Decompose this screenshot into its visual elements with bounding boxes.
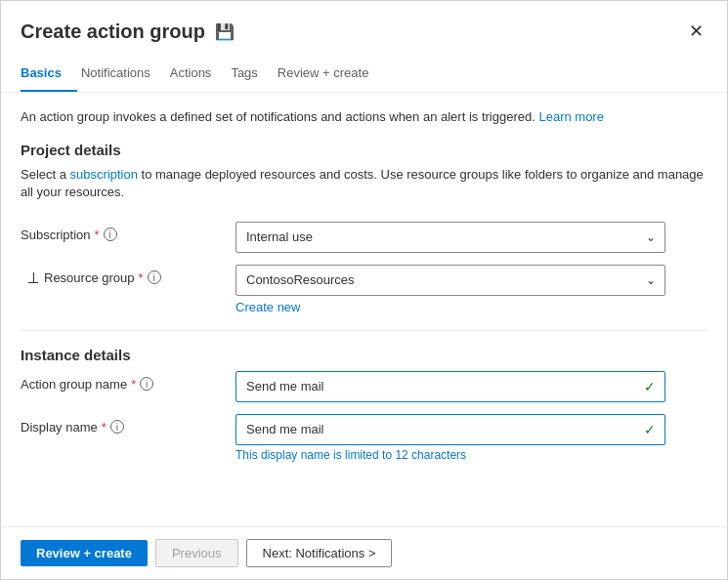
display-name-label-group: Display name * i	[21, 414, 236, 435]
display-name-row: Display name * i ✓ This display name is …	[21, 414, 707, 462]
display-name-input-wrapper[interactable]: ✓	[236, 414, 665, 445]
section-divider	[21, 330, 707, 331]
resource-group-label: Resource group * i	[44, 270, 161, 285]
resource-group-field-group: ContosoResources ⌄ Create new	[236, 265, 665, 314]
tab-tags[interactable]: Tags	[231, 58, 273, 92]
tab-review-create[interactable]: Review + create	[278, 58, 385, 92]
subscription-dropdown[interactable]: Internal use ⌄	[236, 222, 665, 253]
action-group-name-field[interactable]: ✓	[236, 371, 665, 402]
display-name-required: *	[102, 420, 107, 435]
resource-group-info-icon[interactable]: i	[148, 270, 161, 284]
action-group-name-row: Action group name * i ✓	[21, 371, 707, 402]
resource-group-required: *	[139, 270, 144, 285]
display-name-label: Display name * i	[21, 420, 236, 435]
subscription-info-icon[interactable]: i	[104, 228, 117, 241]
title-row: Create action group 💾	[21, 21, 235, 43]
resource-group-select[interactable]: ContosoResources	[236, 265, 665, 296]
subscription-required: *	[95, 228, 100, 242]
action-group-name-label: Action group name * i	[21, 377, 236, 392]
display-name-input[interactable]	[236, 414, 665, 445]
tab-basics[interactable]: Basics	[21, 58, 77, 92]
create-action-group-dialog: Create action group 💾 ✕ Basics Notificat…	[1, 1, 727, 579]
subscription-label: Subscription * i	[21, 228, 236, 242]
tab-bar: Basics Notifications Actions Tags Review…	[1, 58, 727, 93]
action-group-name-label-group: Action group name * i	[21, 371, 236, 392]
action-group-name-info-icon[interactable]: i	[140, 377, 153, 391]
action-group-name-check-icon: ✓	[644, 379, 656, 394]
dialog-content: An action group invokes a defined set of…	[1, 93, 727, 526]
dialog-title: Create action group	[21, 21, 205, 43]
display-name-info-icon[interactable]: i	[110, 420, 124, 434]
previous-button[interactable]: Previous	[155, 539, 238, 567]
resource-group-row: Resource group * i ContosoResources ⌄ Cr…	[21, 265, 707, 314]
review-create-button[interactable]: Review + create	[21, 540, 148, 566]
display-name-field-group: ✓ This display name is limited to 12 cha…	[236, 414, 665, 462]
tab-notifications[interactable]: Notifications	[81, 58, 166, 92]
create-new-link[interactable]: Create new	[236, 300, 665, 314]
project-details-title: Project details	[21, 142, 707, 158]
action-group-name-required: *	[131, 377, 136, 392]
resource-group-dropdown[interactable]: ContosoResources ⌄	[236, 265, 665, 296]
resource-group-label-group: Resource group * i	[21, 265, 236, 285]
subscription-link[interactable]: subscription	[70, 167, 138, 182]
intro-text: An action group invokes a defined set of…	[21, 108, 707, 126]
tab-actions[interactable]: Actions	[170, 58, 228, 92]
subscription-select[interactable]: Internal use	[236, 222, 665, 253]
subscription-label-group: Subscription * i	[21, 222, 236, 242]
display-name-check-icon: ✓	[644, 422, 656, 437]
project-details-desc: Select a subscription to manage deployed…	[21, 166, 707, 201]
subscription-row: Subscription * i Internal use ⌄	[21, 222, 707, 253]
close-button[interactable]: ✕	[685, 17, 707, 46]
action-group-name-input[interactable]	[236, 371, 665, 402]
dialog-footer: Review + create Previous Next: Notificat…	[1, 526, 727, 579]
dialog-header: Create action group 💾 ✕	[1, 1, 727, 58]
char-limit-note: This display name is limited to 12 chara…	[236, 448, 665, 462]
instance-details-title: Instance details	[21, 347, 707, 363]
save-icon[interactable]: 💾	[215, 22, 235, 41]
learn-more-link[interactable]: Learn more	[538, 109, 603, 124]
next-button[interactable]: Next: Notifications >	[246, 539, 393, 567]
